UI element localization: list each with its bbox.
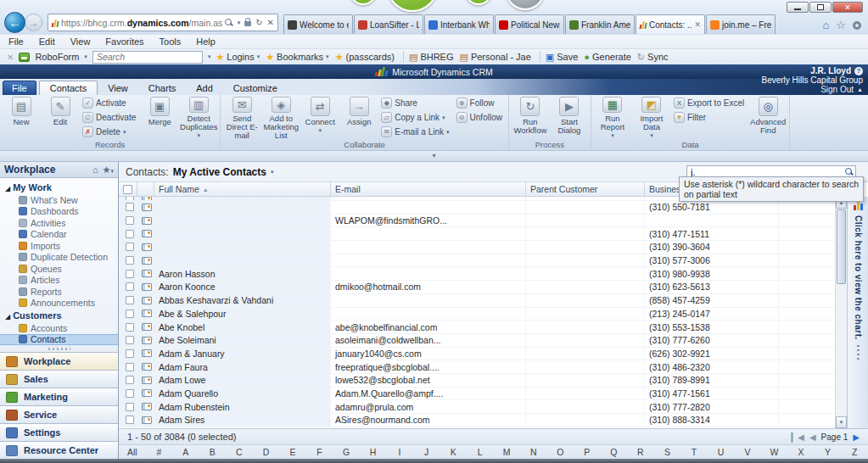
- table-row[interactable]: (310) 477-1511: [119, 227, 835, 241]
- ribbon-button[interactable]: ⊖ Unfollow: [454, 110, 507, 125]
- browser-tab[interactable]: LoanSifter - Lo...: [354, 14, 423, 34]
- table-row[interactable]: Adam Quarello Adam.M.Quarello@ampf.... (…: [119, 388, 835, 401]
- menu-item[interactable]: Edit: [39, 36, 55, 47]
- ribbon-button[interactable]: ▦ Run Report ▾: [593, 96, 632, 140]
- ribbon-button[interactable]: ▶ Start Dialog: [550, 96, 589, 140]
- back-button[interactable]: ←: [4, 12, 25, 33]
- row-checkbox[interactable]: [126, 376, 134, 384]
- browser-tab[interactable]: Interbank Who...: [424, 14, 494, 34]
- row-checkbox[interactable]: [126, 282, 134, 291]
- row-checkbox[interactable]: [126, 197, 134, 200]
- chevron-down-icon[interactable]: ▾: [208, 53, 211, 60]
- search-icon[interactable]: [845, 168, 854, 176]
- roboform-button[interactable]: ★ Bookmarks ▾: [266, 52, 328, 62]
- row-checkbox[interactable]: [126, 336, 134, 344]
- sidebar-item[interactable]: Calendar: [0, 229, 118, 241]
- sidebar-item[interactable]: Announcements: [0, 298, 118, 310]
- gear-icon[interactable]: [853, 21, 861, 30]
- alphabet-filter[interactable]: B: [199, 447, 227, 457]
- table-row[interactable]: (310) 550-7181: [119, 201, 835, 215]
- ribbon-tab[interactable]: Contacts: [39, 81, 98, 95]
- row-checkbox[interactable]: [126, 403, 134, 411]
- alphabet-filter[interactable]: All: [119, 447, 146, 457]
- sidebar-item[interactable]: Dashboards: [0, 206, 118, 218]
- module-button[interactable]: Service: [0, 405, 118, 423]
- alphabet-filter[interactable]: E: [279, 447, 306, 457]
- minimize-button[interactable]: [787, 2, 809, 13]
- row-checkbox[interactable]: [126, 230, 134, 238]
- menu-item[interactable]: View: [70, 36, 91, 47]
- ribbon-button[interactable]: ⊕ Follow: [454, 96, 507, 110]
- sidebar-splitter[interactable]: [0, 345, 118, 352]
- table-row[interactable]: Aaron Hasson (310) 980-9938: [119, 267, 835, 281]
- scrollbar-track[interactable]: [836, 285, 847, 416]
- ribbon-button[interactable]: ◩ Import Data ▾: [632, 96, 671, 140]
- alphabet-filter[interactable]: S: [654, 447, 681, 457]
- column-header-email[interactable]: E-mail: [331, 182, 526, 196]
- browser-tab[interactable]: Political News,...: [495, 14, 564, 34]
- ribbon-button[interactable]: ▱ Copy a Link ▾: [378, 110, 453, 125]
- menu-item[interactable]: Help: [196, 36, 216, 47]
- ribbon-button[interactable]: ∅ Deactivate: [80, 110, 140, 125]
- collapse-header-icon[interactable]: ▲: [857, 85, 863, 94]
- address-bar[interactable]: https://bhcg.crm.dynamics.com/main.aspx#…: [48, 14, 278, 31]
- row-checkbox[interactable]: [126, 296, 134, 304]
- table-row[interactable]: (310) 390-3604: [119, 241, 835, 254]
- roboform-search-input[interactable]: [92, 51, 203, 64]
- tree-group-customers[interactable]: ◢Customers: [0, 309, 118, 322]
- alphabet-filter[interactable]: C: [226, 447, 253, 457]
- alphabet-filter[interactable]: P: [574, 447, 601, 457]
- select-all-checkbox[interactable]: [123, 185, 132, 194]
- alphabet-filter[interactable]: W: [761, 447, 788, 457]
- url-text[interactable]: https://bhcg.crm.dynamics.com/main.aspx#: [61, 18, 222, 28]
- table-row[interactable]: Abe & Salehpour (213) 245-0147: [119, 308, 835, 321]
- ribbon-tab[interactable]: Customize: [223, 81, 288, 95]
- module-button[interactable]: Marketing: [0, 388, 118, 405]
- ribbon-button[interactable]: ▣ Merge: [140, 96, 179, 140]
- roboform-button[interactable]: ★ Logins ▾: [216, 52, 260, 62]
- roboform-button[interactable]: ↻ Sync: [637, 52, 669, 62]
- ribbon-collapse-strip[interactable]: ▾: [0, 151, 868, 162]
- row-checkbox[interactable]: [126, 310, 134, 318]
- ribbon-button[interactable]: X Export to Excel: [671, 96, 748, 110]
- ribbon-button[interactable]: ↻ Run Workflow: [511, 96, 550, 140]
- alphabet-filter[interactable]: A: [172, 447, 199, 457]
- column-header-full-name[interactable]: Full Name▲: [154, 182, 331, 196]
- sign-out-link[interactable]: Sign Out: [820, 85, 854, 94]
- alphabet-filter[interactable]: N: [520, 447, 547, 457]
- ribbon-button[interactable]: → Assign: [339, 96, 378, 140]
- tab-close-icon[interactable]: ✕: [694, 20, 701, 29]
- row-checkbox[interactable]: [126, 270, 134, 278]
- home-icon[interactable]: ⌂: [822, 19, 829, 31]
- row-checkbox[interactable]: [126, 243, 134, 251]
- favorites-star-icon[interactable]: ☆: [836, 19, 846, 31]
- joinme-bubble-icon[interactable]: [506, 0, 545, 10]
- menu-item[interactable]: Favorites: [105, 36, 143, 47]
- alphabet-filter[interactable]: U: [708, 447, 735, 457]
- alphabet-filter[interactable]: #: [146, 447, 173, 457]
- table-row[interactable]: Adam Lowe lowe532@sbcglobal.net (310) 78…: [119, 374, 835, 388]
- joinme-bubble-icon[interactable]: [387, 0, 438, 12]
- module-button[interactable]: Workplace: [0, 352, 118, 370]
- chevron-down-icon[interactable]: ▾: [84, 53, 87, 60]
- scroll-down-icon[interactable]: ▼: [836, 416, 847, 428]
- row-checkbox[interactable]: [126, 216, 134, 225]
- close-button[interactable]: ✕: [832, 2, 863, 13]
- table-row[interactable]: Abbas Keshavarzi & Vahdani (858) 457-425…: [119, 294, 835, 308]
- sidebar-item[interactable]: Duplicate Detection: [0, 252, 118, 264]
- chevron-down-icon[interactable]: ▾: [238, 20, 241, 26]
- roboform-button[interactable]: ● Generate: [584, 52, 631, 62]
- collapse-ribbon-icon[interactable]: ▾: [432, 152, 435, 159]
- alphabet-filter[interactable]: G: [333, 447, 360, 457]
- table-row[interactable]: Abe Knobel abe@knobelfinancial.com (310)…: [119, 321, 835, 334]
- table-row[interactable]: Adam Rubenstein adamru@prula.com (310) 7…: [119, 400, 835, 414]
- alphabet-filter[interactable]: Y: [815, 447, 842, 457]
- joinme-bubble-icon[interactable]: [350, 0, 377, 5]
- row-checkbox[interactable]: [126, 363, 134, 371]
- chart-panel-tab[interactable]: Click here to view the chart.: [847, 197, 868, 428]
- alphabet-filter[interactable]: Z: [841, 447, 868, 457]
- ribbon-button[interactable]: ▤ New: [2, 96, 41, 140]
- row-checkbox[interactable]: [126, 349, 134, 358]
- module-button[interactable]: Sales: [0, 370, 118, 388]
- ribbon-tab[interactable]: View: [98, 81, 138, 95]
